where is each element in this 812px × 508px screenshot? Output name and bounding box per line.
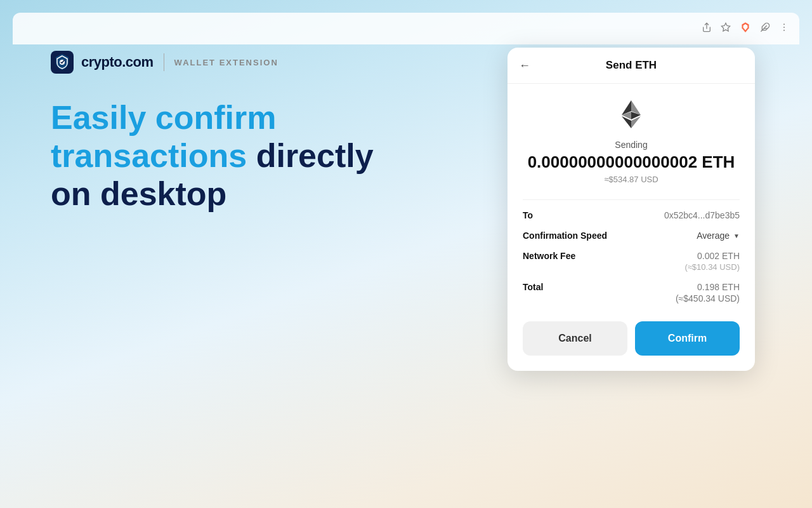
back-arrow-icon: ← bbox=[519, 59, 530, 72]
tx-details: To 0x52bc4...d7be3b5 Confirmation Speed … bbox=[523, 199, 740, 304]
tx-speed-row: Confirmation Speed Average ▼ bbox=[523, 231, 740, 241]
fee-value: 0.002 ETH (≈$10.34 USD) bbox=[684, 251, 740, 272]
svg-point-4 bbox=[783, 23, 785, 25]
amount-usd: ≈$534.87 USD bbox=[604, 175, 658, 184]
to-label: To bbox=[523, 210, 599, 220]
eth-icon bbox=[613, 97, 649, 132]
speed-label: Confirmation Speed bbox=[523, 231, 607, 241]
tagline-highlight-2: transactions bbox=[51, 137, 247, 174]
crypto-logo bbox=[51, 51, 74, 74]
tx-to-row: To 0x52bc4...d7be3b5 bbox=[523, 210, 740, 220]
tagline-highlight-1: Easily confirm bbox=[51, 99, 276, 136]
button-row: Cancel Confirm bbox=[523, 321, 740, 356]
brand-name: crypto.com bbox=[81, 54, 154, 70]
tx-total-row: Total 0.198 ETH (≈$450.34 USD) bbox=[523, 282, 740, 304]
more-icon[interactable] bbox=[779, 22, 789, 35]
speed-value[interactable]: Average ▼ bbox=[697, 231, 740, 241]
svg-point-5 bbox=[783, 27, 785, 28]
svg-point-6 bbox=[783, 30, 785, 31]
total-usd: (≈$450.34 USD) bbox=[676, 293, 740, 304]
total-label: Total bbox=[523, 282, 599, 292]
toolbar-icons bbox=[702, 22, 789, 36]
speed-value-text: Average bbox=[697, 231, 730, 241]
total-value: 0.198 ETH (≈$450.34 USD) bbox=[676, 282, 740, 304]
popup-title: Send ETH bbox=[606, 59, 657, 72]
tagline: Easily confirm transactions directly on … bbox=[51, 99, 419, 213]
brand-row: crypto.com WALLET EXTENSION bbox=[51, 51, 419, 74]
chevron-down-icon: ▼ bbox=[733, 232, 740, 239]
total-eth: 0.198 ETH bbox=[697, 282, 740, 292]
to-value: 0x52bc4...d7be3b5 bbox=[664, 210, 740, 220]
star-icon[interactable] bbox=[721, 22, 731, 35]
brand-divider bbox=[164, 53, 164, 71]
tagline-part4: on desktop bbox=[51, 175, 226, 212]
fee-eth: 0.002 ETH bbox=[697, 251, 740, 261]
popup-header: ← Send ETH bbox=[508, 48, 755, 84]
share-icon[interactable] bbox=[702, 22, 712, 35]
eth-section: Sending 0.00000000000000002 ETH ≈$534.87… bbox=[523, 97, 740, 184]
left-content: crypto.com WALLET EXTENSION Easily confi… bbox=[51, 51, 419, 213]
tagline-part3: directly bbox=[247, 137, 373, 174]
back-button[interactable]: ← bbox=[519, 59, 530, 72]
tx-fee-row: Network Fee 0.002 ETH (≈$10.34 USD) bbox=[523, 251, 740, 272]
browser-chrome bbox=[13, 13, 799, 44]
amount-eth: 0.00000000000000002 ETH bbox=[528, 152, 735, 172]
brand-subtitle: WALLET EXTENSION bbox=[174, 58, 278, 67]
fee-usd: (≈$10.34 USD) bbox=[684, 262, 740, 272]
extensions-icon[interactable] bbox=[760, 22, 770, 35]
cancel-button[interactable]: Cancel bbox=[523, 321, 627, 356]
brave-icon[interactable] bbox=[740, 22, 751, 36]
sending-label: Sending bbox=[615, 140, 647, 150]
wallet-popup: ← Send ETH Sending 0.00000000000000002 E… bbox=[508, 48, 755, 371]
confirm-button[interactable]: Confirm bbox=[635, 321, 740, 356]
fee-label: Network Fee bbox=[523, 251, 599, 261]
svg-marker-1 bbox=[721, 23, 730, 31]
popup-body: Sending 0.00000000000000002 ETH ≈$534.87… bbox=[508, 84, 755, 371]
